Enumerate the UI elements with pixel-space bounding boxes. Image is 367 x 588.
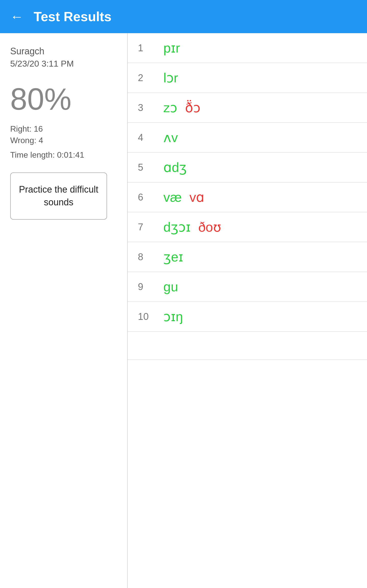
table-row: 8ʒeɪ [128,242,367,272]
correct-answer: pɪr [163,40,180,56]
correct-answer: ʒeɪ [163,249,183,265]
stats-section: Right: 16 Wrong: 4 [10,124,117,145]
score-percentage: 80% [10,81,117,117]
row-phonetics: pɪr [163,40,180,56]
row-number: 6 [138,192,156,203]
time-length: Time length: 0:01:41 [10,150,117,160]
empty-row [128,332,367,360]
correct-answer: zɔ [163,100,177,115]
results-list: 1pɪr2lɔr3zɔð̈ɔ4ʌv5ɑdʒ6vævɑ7dʒɔɪðoʊ8ʒeɪ9g… [127,33,367,588]
row-phonetics: lɔr [163,70,178,85]
left-panel: Suragch 5/23/20 3:11 PM 80% Right: 16 Wr… [0,33,127,588]
table-row: 5ɑdʒ [128,153,367,182]
row-number: 9 [138,281,156,292]
row-number: 10 [138,311,156,322]
row-phonetics: gu [163,279,178,294]
row-phonetics: ɔɪŋ [163,309,183,324]
correct-answer: væ [163,190,182,205]
back-button[interactable]: ← [10,10,23,23]
table-row: 9gu [128,272,367,302]
practice-button[interactable]: Practice the difficult sounds [10,172,107,220]
row-phonetics: vævɑ [163,190,204,205]
row-phonetics: ʒeɪ [163,249,183,265]
row-number: 1 [138,43,156,54]
correct-answer: ʌv [163,130,178,145]
row-phonetics: ɑdʒ [163,160,187,175]
student-name: Suragch [10,46,117,57]
app-header: ← Test Results [0,0,367,33]
row-phonetics: dʒɔɪðoʊ [163,219,221,235]
main-content: Suragch 5/23/20 3:11 PM 80% Right: 16 Wr… [0,33,367,588]
row-phonetics: zɔð̈ɔ [163,100,201,115]
table-row: 2lɔr [128,63,367,93]
row-number: 5 [138,162,156,173]
row-number: 4 [138,132,156,143]
row-number: 3 [138,102,156,113]
correct-answer: ɔɪŋ [163,309,183,324]
wrong-answer: ð̈ɔ [185,100,201,115]
test-date: 5/23/20 3:11 PM [10,59,117,69]
wrong-answer: ðoʊ [198,219,221,235]
table-row: 1pɪr [128,33,367,63]
wrong-answer: vɑ [189,190,204,205]
row-number: 8 [138,252,156,262]
row-phonetics: ʌv [163,130,178,145]
wrong-count: Wrong: 4 [10,136,117,145]
correct-answer: dʒɔɪ [163,219,191,235]
correct-answer: lɔr [163,70,178,85]
table-row: 4ʌv [128,123,367,153]
table-row: 7dʒɔɪðoʊ [128,212,367,242]
right-count: Right: 16 [10,124,117,134]
row-number: 2 [138,72,156,83]
correct-answer: gu [163,279,178,294]
page-title: Test Results [34,9,111,24]
table-row: 10ɔɪŋ [128,302,367,332]
correct-answer: ɑdʒ [163,160,187,175]
table-row: 6vævɑ [128,182,367,212]
row-number: 7 [138,222,156,233]
table-row: 3zɔð̈ɔ [128,93,367,123]
